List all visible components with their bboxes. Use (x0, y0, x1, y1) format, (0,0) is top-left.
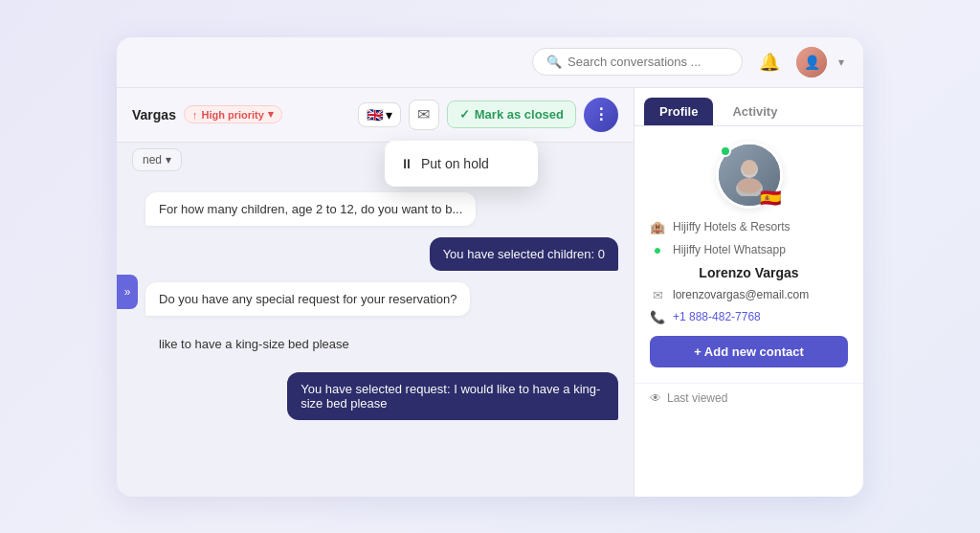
status-bar: ned ▾ (117, 143, 634, 177)
phone-row: 📞 +1 888-482-7768 (650, 310, 848, 324)
collapse-icon: » (124, 285, 131, 299)
phone-icon: 📞 (650, 310, 665, 324)
tab-activity[interactable]: Activity (717, 98, 792, 125)
online-indicator (720, 145, 731, 157)
dropdown-menu: ⏸ Put on hold (385, 141, 538, 187)
content-area: Vargas ↑ High priority ▾ 🇬🇧 ▾ ✉ ✓ Mark a… (117, 88, 863, 497)
status-chevron: ▾ (166, 153, 171, 167)
profile-tabs: Profile Activity (635, 88, 863, 126)
svg-point-3 (738, 178, 761, 193)
message-bot-2: Do you have any special request for your… (145, 282, 470, 316)
whatsapp-icon: ● (650, 242, 665, 257)
message-user-1: like to have a king-size bed please (145, 327, 363, 361)
priority-badge: ↑ High priority ▾ (184, 105, 282, 123)
messages-area[interactable]: For how many children, age 2 to 12, do y… (117, 177, 634, 497)
eye-icon: 👁 (650, 391, 661, 405)
profile-avatar-wrap: 🇪🇸 (716, 142, 783, 209)
email-row: ✉ lorenzovargas@email.com (650, 288, 848, 302)
status-select[interactable]: ned ▾ (132, 148, 182, 171)
email-address: lorenzovargas@email.com (673, 288, 809, 301)
last-viewed-row: 👁 Last viewed (635, 383, 863, 412)
tab-profile[interactable]: Profile (644, 98, 713, 125)
profile-content: 🇪🇸 🏨 Hijiffy Hotels & Resorts ● Hijiffy … (635, 126, 863, 383)
svg-point-2 (742, 160, 757, 175)
priority-chevron: ▾ (268, 108, 274, 121)
message-bot-1: For how many children, age 2 to 12, do y… (145, 192, 476, 226)
collapse-arrow[interactable]: » (117, 275, 138, 309)
header-bar: 🔍 🔔 👤 ▾ (117, 37, 863, 88)
profile-info: 🏨 Hijiffy Hotels & Resorts ● Hijiffy Hot… (650, 220, 848, 324)
email-icon-button[interactable]: ✉ (409, 100, 439, 130)
more-options-icon: ⋮ (593, 105, 609, 123)
language-flag-button[interactable]: 🇬🇧 ▾ (358, 102, 401, 127)
add-contact-button[interactable]: + Add new contact (650, 336, 848, 367)
company-name: Hijiffy Hotels & Resorts (673, 220, 790, 233)
conversation-actions: 🇬🇧 ▾ ✉ ✓ Mark as closed ⋮ (358, 98, 618, 132)
flag-emoji: 🇬🇧 (367, 107, 383, 122)
phone-number[interactable]: +1 888-482-7768 (673, 310, 761, 323)
hold-icon: ⏸ (400, 156, 413, 171)
channel-name: Hijiffy Hotel Whatsapp (673, 243, 786, 256)
last-viewed-label: Last viewed (667, 391, 727, 405)
add-contact-label: + Add new contact (694, 344, 804, 359)
priority-arrow: ↑ (192, 109, 198, 121)
contact-name: Vargas (132, 107, 176, 122)
profile-name: Lorenzo Vargas (650, 265, 848, 280)
company-row: 🏨 Hijiffy Hotels & Resorts (650, 220, 848, 234)
country-flag-badge: 🇪🇸 (760, 189, 781, 207)
search-box[interactable]: 🔍 (532, 48, 743, 76)
notifications-icon[interactable]: 🔔 (754, 47, 785, 78)
building-icon: 🏨 (650, 220, 665, 234)
more-options-button[interactable]: ⋮ (584, 98, 618, 132)
profile-panel: Profile Activity (634, 88, 863, 497)
message-selected-2: You have selected request: I would like … (287, 372, 618, 420)
conversation-header: Vargas ↑ High priority ▾ 🇬🇧 ▾ ✉ ✓ Mark a… (117, 88, 634, 143)
user-avatar[interactable]: 👤 (796, 47, 827, 78)
check-icon: ✓ (459, 107, 470, 122)
status-label: ned (143, 153, 162, 167)
put-on-hold-item[interactable]: ⏸ Put on hold (385, 146, 538, 181)
channel-row: ● Hijiffy Hotel Whatsapp (650, 242, 848, 257)
search-icon: 🔍 (546, 55, 562, 69)
message-selected-1: You have selected children: 0 (430, 237, 618, 271)
conversation-panel: Vargas ↑ High priority ▾ 🇬🇧 ▾ ✉ ✓ Mark a… (117, 88, 634, 497)
mark-closed-label: Mark as closed (475, 107, 564, 122)
mark-closed-button[interactable]: ✓ Mark as closed (447, 100, 576, 128)
search-input[interactable] (568, 55, 728, 69)
flag-chevron: ▾ (386, 107, 392, 122)
priority-label: High priority (201, 109, 263, 121)
chevron-down-icon[interactable]: ▾ (838, 56, 844, 69)
put-on-hold-label: Put on hold (421, 156, 489, 171)
email-icon: ✉ (650, 288, 665, 302)
